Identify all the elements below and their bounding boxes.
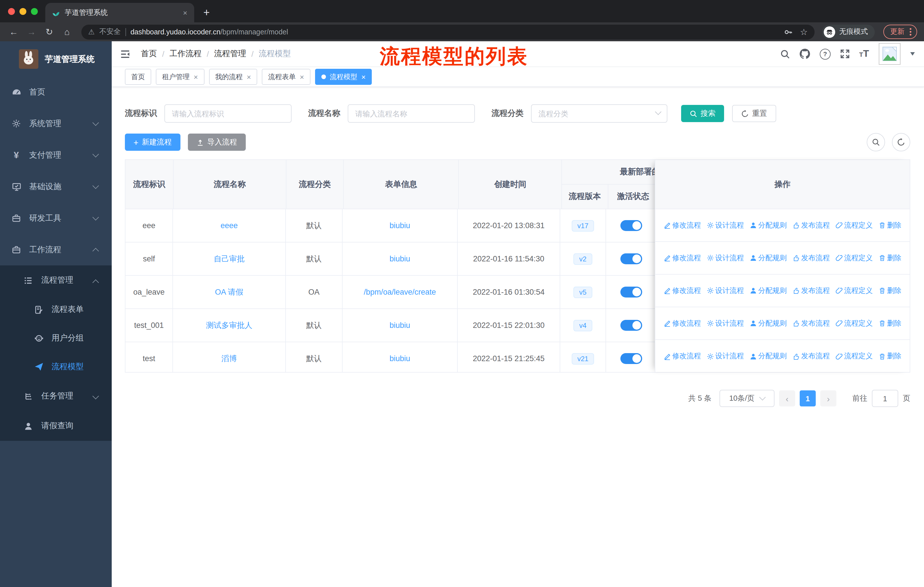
- version-badge[interactable]: v17: [572, 220, 594, 231]
- action-process-definition[interactable]: 流程定义: [835, 220, 873, 230]
- process-name-link[interactable]: 滔博: [221, 354, 237, 364]
- sidebar-logo[interactable]: 芋道管理系统: [0, 41, 112, 76]
- reset-button[interactable]: 重置: [732, 105, 776, 122]
- update-button[interactable]: 更新: [883, 25, 917, 39]
- search-button[interactable]: 搜索: [681, 105, 724, 122]
- action-assign-rule[interactable]: 分配规则: [749, 220, 787, 230]
- next-page-button[interactable]: ›: [820, 390, 837, 407]
- avatar[interactable]: [879, 43, 901, 65]
- action-process-definition[interactable]: 流程定义: [835, 318, 873, 328]
- tag-close-icon[interactable]: ×: [194, 73, 198, 81]
- sidebar-item-pay[interactable]: ¥ 支付管理: [0, 139, 112, 171]
- action-process-definition[interactable]: 流程定义: [835, 351, 873, 361]
- action-publish-process[interactable]: 发布流程: [792, 220, 830, 230]
- sidebar-item-system[interactable]: 系统管理: [0, 108, 112, 139]
- action-modify-process[interactable]: 修改流程: [663, 351, 701, 361]
- search-icon[interactable]: [780, 49, 790, 59]
- process-name-link[interactable]: OA 请假: [215, 287, 243, 297]
- prev-page-button[interactable]: ‹: [779, 390, 795, 407]
- version-badge[interactable]: v4: [573, 319, 592, 331]
- action-process-definition[interactable]: 流程定义: [835, 286, 873, 296]
- tag-home[interactable]: 首页: [125, 69, 151, 85]
- tag-close-icon[interactable]: ×: [361, 73, 366, 81]
- breadcrumb-home[interactable]: 首页: [141, 49, 157, 59]
- reload-icon[interactable]: ↻: [42, 26, 56, 37]
- form-link[interactable]: /bpm/oa/leave/create: [364, 288, 436, 296]
- action-modify-process[interactable]: 修改流程: [663, 253, 701, 263]
- active-toggle[interactable]: [620, 320, 642, 331]
- sidebar-item-workflow[interactable]: 工作流程: [0, 234, 112, 265]
- sidebar-item-process-form[interactable]: 流程表单: [0, 295, 112, 324]
- close-window-button[interactable]: [8, 8, 15, 15]
- url-text[interactable]: dashboard.yudao.iocoder.cn/bpm/manager/m…: [130, 28, 288, 36]
- key-icon[interactable]: [784, 28, 792, 36]
- process-name-link[interactable]: 测试多审批人: [206, 320, 252, 331]
- action-delete[interactable]: 删除: [878, 318, 901, 328]
- breadcrumb-process-mgmt[interactable]: 流程管理: [214, 49, 246, 59]
- action-design-process[interactable]: 设计流程: [706, 318, 744, 328]
- sidebar-item-devtools[interactable]: 研发工具: [0, 202, 112, 234]
- page-size-select[interactable]: 10条/页: [719, 390, 774, 407]
- breadcrumb-workflow[interactable]: 工作流程: [170, 49, 201, 59]
- sidebar-item-home[interactable]: 首页: [0, 76, 112, 108]
- form-link[interactable]: biubiu: [389, 354, 410, 363]
- tag-process-form[interactable]: 流程表单×: [262, 69, 310, 85]
- url-bar[interactable]: ⚠ 不安全 dashboard.yudao.iocoder.cn/bpm/man…: [81, 24, 815, 39]
- action-assign-rule[interactable]: 分配规则: [749, 253, 787, 263]
- process-name-link[interactable]: eeee: [221, 221, 238, 230]
- sidebar-item-process-model[interactable]: 流程模型: [0, 352, 112, 381]
- forward-icon[interactable]: →: [25, 26, 38, 37]
- active-toggle[interactable]: [620, 253, 642, 264]
- process-name-link[interactable]: 自己审批: [214, 254, 244, 264]
- import-process-button[interactable]: 导入流程: [188, 134, 246, 151]
- font-size-icon[interactable]: TT: [859, 48, 869, 60]
- action-assign-rule[interactable]: 分配规则: [749, 318, 787, 328]
- tag-process-model[interactable]: 流程模型×: [315, 69, 372, 85]
- maximize-window-button[interactable]: [31, 8, 38, 15]
- avatar-caret-icon[interactable]: [910, 52, 915, 56]
- create-process-button[interactable]: + 新建流程: [125, 134, 180, 151]
- sidebar-item-task-mgmt[interactable]: 任务管理: [0, 381, 112, 411]
- form-link[interactable]: biubiu: [389, 255, 410, 263]
- help-icon[interactable]: ?: [820, 48, 831, 60]
- action-publish-process[interactable]: 发布流程: [792, 253, 830, 263]
- process-name-input[interactable]: [348, 104, 475, 123]
- browser-tab[interactable]: 芋道管理系统 ×: [45, 3, 194, 22]
- sidebar-item-process-mgmt[interactable]: 流程管理: [0, 265, 112, 295]
- refresh-table-button[interactable]: [892, 133, 910, 151]
- form-link[interactable]: biubiu: [389, 321, 410, 330]
- new-tab-button[interactable]: +: [203, 7, 210, 18]
- active-toggle[interactable]: [620, 287, 642, 298]
- sidebar-item-user-group[interactable]: 用户分组: [0, 324, 112, 352]
- action-modify-process[interactable]: 修改流程: [663, 220, 701, 230]
- minimize-window-button[interactable]: [20, 8, 26, 15]
- version-badge[interactable]: v21: [572, 353, 594, 364]
- category-select-input[interactable]: [531, 104, 667, 123]
- tag-close-icon[interactable]: ×: [300, 73, 304, 81]
- action-design-process[interactable]: 设计流程: [706, 351, 744, 361]
- action-delete[interactable]: 删除: [878, 220, 901, 230]
- process-id-input[interactable]: [164, 104, 292, 123]
- fullscreen-icon[interactable]: [840, 49, 850, 58]
- action-publish-process[interactable]: 发布流程: [792, 351, 830, 361]
- sidebar-fold-icon[interactable]: [120, 49, 130, 59]
- active-toggle[interactable]: [620, 353, 642, 364]
- bookmark-star-icon[interactable]: ☆: [800, 26, 808, 37]
- active-toggle[interactable]: [620, 220, 642, 231]
- version-badge[interactable]: v5: [573, 286, 592, 298]
- action-delete[interactable]: 删除: [878, 286, 901, 296]
- sidebar-item-leave-query[interactable]: 请假查询: [0, 411, 112, 441]
- version-badge[interactable]: v2: [573, 253, 592, 265]
- action-design-process[interactable]: 设计流程: [706, 253, 744, 263]
- form-link[interactable]: biubiu: [389, 221, 410, 230]
- github-icon[interactable]: [800, 49, 810, 59]
- tag-tenant[interactable]: 租户管理×: [156, 69, 204, 85]
- toggle-search-button[interactable]: [867, 133, 885, 151]
- action-delete[interactable]: 删除: [878, 351, 901, 361]
- tag-my-process[interactable]: 我的流程×: [209, 69, 257, 85]
- action-assign-rule[interactable]: 分配规则: [749, 351, 787, 361]
- action-delete[interactable]: 删除: [878, 253, 901, 263]
- home-icon[interactable]: ⌂: [60, 26, 74, 37]
- security-label[interactable]: 不安全: [99, 27, 120, 37]
- action-process-definition[interactable]: 流程定义: [835, 253, 873, 263]
